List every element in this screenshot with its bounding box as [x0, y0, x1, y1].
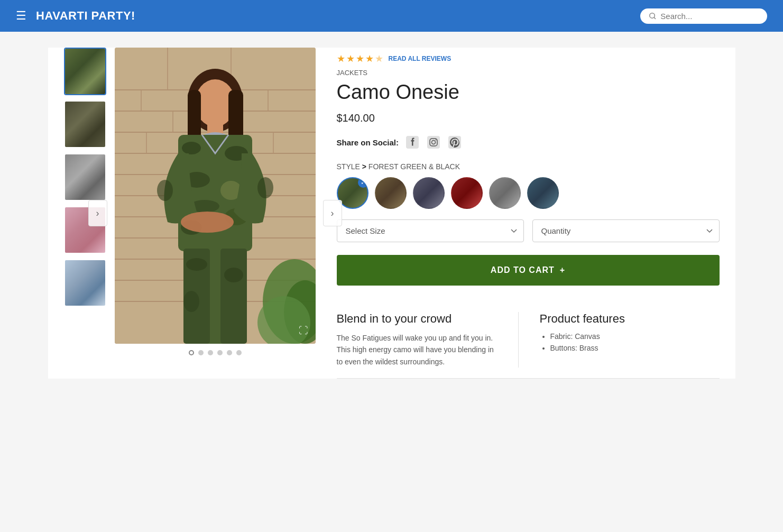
description-section: Blend in to your crowd The So Fatigues w… [337, 312, 497, 368]
product-gallery: › [64, 48, 316, 379]
hamburger-icon[interactable]: ☰ [16, 9, 26, 23]
quantity-select[interactable]: Quantity 1 2 3 4 5 [532, 219, 720, 242]
svg-point-35 [182, 142, 201, 154]
next-arrow[interactable]: › [323, 200, 342, 226]
add-icon: + [560, 265, 565, 275]
dot-6[interactable] [236, 350, 242, 355]
product-price: $140.00 [337, 112, 720, 124]
dot-5[interactable] [227, 350, 232, 355]
size-select[interactable]: Select Size XS S M L XL [337, 219, 524, 242]
svg-point-43 [257, 177, 273, 198]
product-category: JACKETS [337, 69, 720, 77]
social-label: Share on Social: [337, 138, 399, 147]
description-text: The So Fatigues will wake you up and fit… [337, 332, 497, 368]
svg-point-48 [186, 258, 207, 271]
site-title: HAVARTI PARTY! [36, 9, 135, 23]
product-image-svg [115, 48, 316, 344]
thumbnail-2[interactable] [64, 100, 106, 148]
style-label: STYLE > FOREST GREEN & BLACK [337, 162, 720, 171]
pinterest-icon[interactable] [447, 135, 462, 150]
expand-icon[interactable]: ⛶ [299, 325, 308, 336]
site-header: ☰ HAVARTI PARTY! [0, 0, 783, 32]
dot-2[interactable] [198, 350, 204, 355]
thumbnail-1[interactable] [64, 48, 106, 95]
main-image-container: › [115, 48, 316, 379]
bottom-divider [337, 378, 720, 379]
facebook-icon[interactable] [405, 135, 420, 150]
add-to-cart-button[interactable]: ADD TO CART + [337, 255, 720, 286]
svg-point-50 [183, 291, 199, 312]
selected-check: ✓ [358, 177, 369, 188]
features-title: Product features [540, 312, 720, 326]
style-option-4[interactable] [451, 177, 483, 209]
style-option-3[interactable] [413, 177, 445, 209]
bottom-section: Blend in to your crowd The So Fatigues w… [337, 301, 720, 368]
style-option-5[interactable] [489, 177, 521, 209]
main-content: › [48, 48, 735, 379]
svg-point-44 [181, 212, 234, 233]
style-option-6[interactable] [527, 177, 559, 209]
svg-rect-52 [427, 136, 440, 149]
svg-point-55 [436, 140, 437, 141]
style-options: ✓ [337, 177, 720, 209]
size-quantity-row: Select Size XS S M L XL Quantity 1 2 3 4… [337, 219, 720, 242]
search-input[interactable] [660, 12, 759, 21]
description-title: Blend in to your crowd [337, 312, 497, 326]
svg-rect-47 [220, 249, 247, 344]
svg-point-42 [157, 180, 173, 201]
prev-arrow[interactable]: › [88, 200, 107, 226]
read-reviews-link[interactable]: READ ALL REVIEWS [389, 55, 452, 62]
social-share-row: Share on Social: [337, 135, 720, 150]
search-icon [649, 12, 656, 20]
feature-item-1: Fabric: Canvas [550, 332, 720, 341]
star-rating: ★★★★★ [337, 53, 384, 65]
search-container[interactable] [640, 8, 767, 24]
header-left: ☰ HAVARTI PARTY! [16, 9, 135, 23]
instagram-icon[interactable] [426, 135, 441, 150]
rating-row: ★★★★★ READ ALL REVIEWS [337, 53, 720, 65]
svg-point-49 [224, 268, 243, 282]
dot-3[interactable] [208, 350, 213, 355]
features-list: Fabric: Canvas Buttons: Brass [540, 332, 720, 352]
vertical-divider [518, 312, 519, 368]
product-details: ★★★★★ READ ALL REVIEWS JACKETS Camo Ones… [337, 48, 720, 379]
dot-4[interactable] [217, 350, 223, 355]
feature-item-2: Buttons: Brass [550, 344, 720, 352]
thumbnail-3[interactable] [64, 153, 106, 201]
style-selector: STYLE > FOREST GREEN & BLACK ✓ [337, 162, 720, 209]
main-product-image: ⛶ [115, 48, 316, 344]
dot-1[interactable] [189, 350, 194, 355]
add-to-cart-label: ADD TO CART [491, 265, 555, 275]
svg-line-1 [654, 17, 656, 19]
carousel-dots [115, 350, 316, 355]
style-option-2[interactable] [375, 177, 407, 209]
thumbnail-5[interactable] [64, 259, 106, 307]
features-section: Product features Fabric: Canvas Buttons:… [540, 312, 720, 368]
product-name: Camo Onesie [337, 81, 720, 104]
